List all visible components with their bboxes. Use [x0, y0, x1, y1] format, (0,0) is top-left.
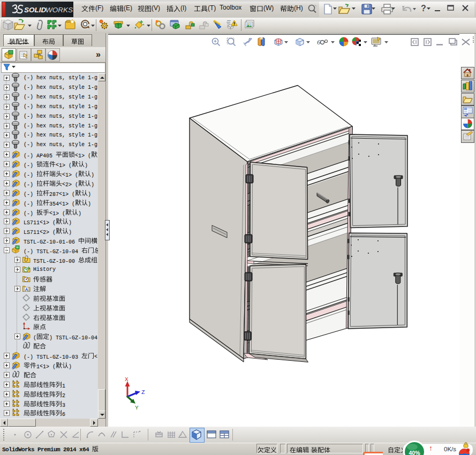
svg-text:40%: 40%	[409, 450, 420, 455]
svg-text:Z: Z	[141, 389, 145, 396]
svg-text:A: A	[25, 287, 28, 292]
svg-text:X: X	[125, 376, 129, 383]
svg-text:WORKS: WORKS	[46, 6, 73, 14]
svg-text:SOLID: SOLID	[24, 6, 47, 14]
svg-text:Y: Y	[135, 405, 139, 411]
